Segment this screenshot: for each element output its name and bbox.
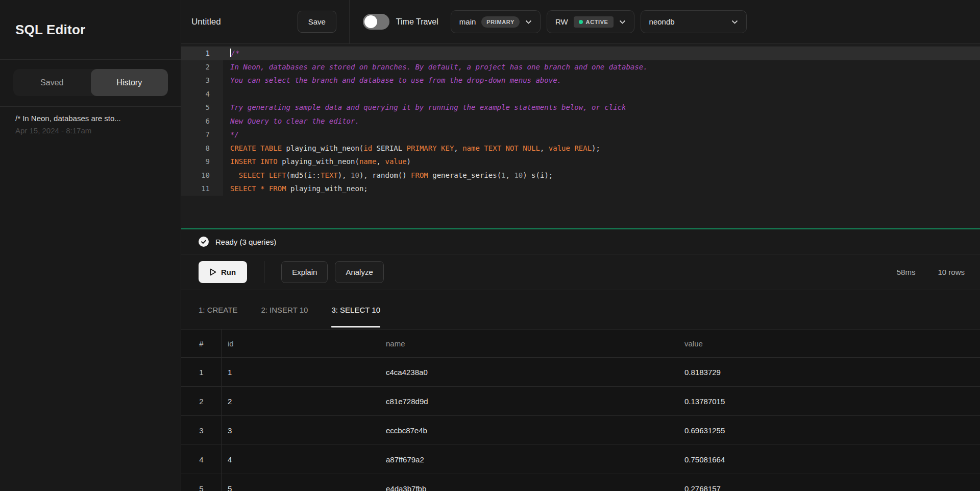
cell: 2 <box>222 397 380 406</box>
table-header-row: #idnamevalue <box>181 330 980 358</box>
time-travel-toggle[interactable] <box>363 14 389 30</box>
code-line-text: In Neon, databases are stored on branche… <box>223 60 980 74</box>
line-number: 11 <box>181 182 223 196</box>
row-number-cell: 1 <box>181 358 222 386</box>
toggle-knob-icon <box>364 15 377 28</box>
compute-select[interactable]: RW ACTIVE <box>547 10 634 33</box>
code-token: value <box>385 157 406 166</box>
code-line: 7*/ <box>181 128 980 142</box>
sidebar-tab-saved[interactable]: Saved <box>13 69 91 96</box>
column-header-name: name <box>380 339 679 348</box>
row-number-cell: 5 <box>181 474 222 491</box>
chevron-down-icon <box>525 20 532 24</box>
table-row: 33eccbc87e4b0.69631255 <box>181 416 980 445</box>
code-line-text: */ <box>223 128 980 142</box>
code-line-text: /* <box>223 46 980 60</box>
cell: c4ca4238a0 <box>380 368 679 377</box>
code-line-text: SELECT LEFT(md5(i::TEXT), 10), random() … <box>223 169 980 182</box>
branch-name: main <box>459 17 476 26</box>
code-token: id <box>363 144 372 152</box>
analyze-button[interactable]: Analyze <box>335 261 383 283</box>
history-item-date: Apr 15, 2024 - 8:17am <box>15 126 165 135</box>
editor-toolbar: Untitled Save Time Travel main PRIMARY R… <box>181 0 980 44</box>
main-panel: Untitled Save Time Travel main PRIMARY R… <box>181 0 980 491</box>
history-item-title: /* In Neon, databases are sto... <box>15 114 165 123</box>
history-item[interactable]: /* In Neon, databases are sto...Apr 15, … <box>0 107 181 143</box>
page-title: SQL Editor <box>15 22 85 38</box>
code-token: 10 <box>514 171 523 179</box>
code-token: LEFT <box>269 171 286 179</box>
code-token: CREATE TABLE <box>230 144 282 152</box>
save-button[interactable]: Save <box>298 11 336 33</box>
cell: 0.2768157 <box>679 484 980 491</box>
code-line-text: INSERT INTO playing_with_neon(name, valu… <box>223 155 980 169</box>
code-line-text: SELECT * FROM playing_with_neon; <box>223 182 980 196</box>
results-tab-2-insert-10[interactable]: 2: INSERT 10 <box>261 290 308 329</box>
results-tab-3-select-10[interactable]: 3: SELECT 10 <box>331 290 380 329</box>
query-name[interactable]: Untitled <box>191 17 221 27</box>
code-token: value <box>549 144 570 152</box>
cell: 0.75081664 <box>679 455 980 464</box>
line-number: 2 <box>181 60 223 74</box>
chevron-down-icon <box>731 20 738 24</box>
row-number-cell: 4 <box>181 445 222 474</box>
code-token: INSERT INTO <box>230 157 278 166</box>
code-token: SELECT <box>230 184 256 193</box>
compute-status-badge: ACTIVE <box>574 16 614 28</box>
line-number: 4 <box>181 87 223 101</box>
time-travel-label: Time Travel <box>396 17 438 27</box>
code-token: ); <box>592 144 600 152</box>
code-token: , <box>454 144 462 152</box>
query-metrics: 58ms 10 rows <box>897 268 965 276</box>
line-number: 10 <box>181 169 223 182</box>
row-number-cell: 2 <box>181 387 222 415</box>
history-list: /* In Neon, databases are sto...Apr 15, … <box>0 107 181 143</box>
sidebar: SQL Editor SavedHistory /* In Neon, data… <box>0 0 181 491</box>
line-number: 8 <box>181 142 223 155</box>
line-number: 1 <box>181 46 223 60</box>
code-token: ) s(i); <box>523 171 553 179</box>
column-header-value: value <box>679 339 980 348</box>
code-line: 11SELECT * FROM playing_with_neon; <box>181 182 980 196</box>
code-token: name <box>359 157 377 166</box>
code-token <box>230 171 239 179</box>
database-select[interactable]: neondb <box>641 10 747 33</box>
explain-button[interactable]: Explain <box>281 261 328 283</box>
code-token: ), random() <box>359 171 411 179</box>
sidebar-tabs-section: SavedHistory <box>0 60 181 107</box>
code-line: 6New Query to clear the editor. <box>181 114 980 128</box>
branch-primary-badge: PRIMARY <box>481 16 520 28</box>
code-line: 4 <box>181 87 980 101</box>
code-token <box>264 171 268 179</box>
results-tab-1-create[interactable]: 1: CREATE <box>199 290 237 329</box>
saved-history-segmented-control: SavedHistory <box>13 69 168 96</box>
code-line-text: Try generating sample data and querying … <box>223 101 980 114</box>
sidebar-tab-history[interactable]: History <box>91 69 168 96</box>
code-token: FROM <box>411 171 428 179</box>
app-window: SQL Editor SavedHistory /* In Neon, data… <box>0 0 980 491</box>
sql-code-editor[interactable]: 1/*2In Neon, databases are stored on bra… <box>181 44 980 228</box>
toolbar-divider <box>349 0 350 44</box>
run-button-label: Run <box>221 268 236 276</box>
code-token: 1 <box>501 171 505 179</box>
status-text: Ready (3 queries) <box>215 238 276 246</box>
code-line-text: You can select the branch and database t… <box>223 74 980 87</box>
cell: 0.69631255 <box>679 426 980 435</box>
code-token: SERIAL <box>372 144 406 152</box>
branch-select[interactable]: main PRIMARY <box>451 10 541 33</box>
code-token: /* <box>231 49 240 57</box>
sidebar-header: SQL Editor <box>0 0 181 60</box>
compute-status-label: ACTIVE <box>586 19 608 25</box>
compute-name: RW <box>555 17 568 26</box>
line-number: 3 <box>181 74 223 87</box>
code-line-text <box>223 87 980 101</box>
cell: a87ff679a2 <box>380 455 679 464</box>
run-button[interactable]: Run <box>199 261 247 283</box>
code-token: You can select the branch and database t… <box>230 76 561 84</box>
code-token: playing_with_neon( <box>282 144 363 152</box>
code-token: New Query to clear the editor. <box>230 117 359 125</box>
code-line: 10 SELECT LEFT(md5(i::TEXT), 10), random… <box>181 169 980 182</box>
code-token: PRIMARY KEY <box>407 144 454 152</box>
cell: 5 <box>222 484 380 491</box>
table-row: 55e4da3b7fbb0.2768157 <box>181 474 980 491</box>
